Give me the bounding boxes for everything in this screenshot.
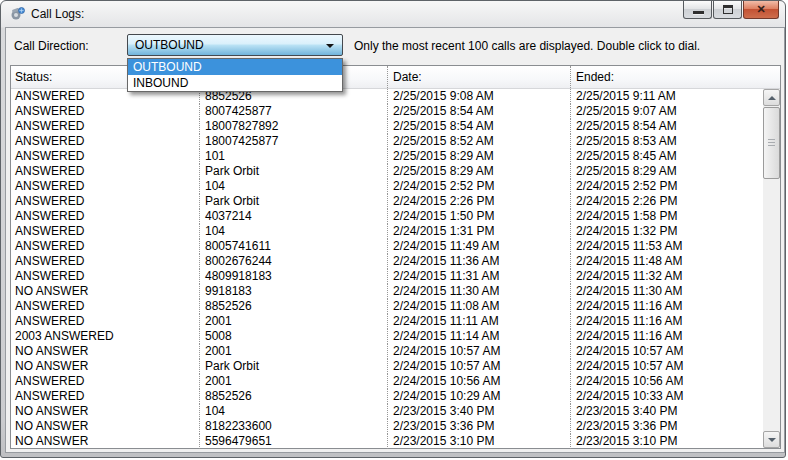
cell-status: NO ANSWER <box>11 404 200 419</box>
cell-ended: 2/24/2015 11:32 AM <box>571 269 762 284</box>
arrow-down-icon <box>768 438 776 442</box>
cell-date: 2/25/2015 8:54 AM <box>388 104 571 119</box>
cell-date: 2/25/2015 9:08 AM <box>388 89 571 104</box>
cell-number: 104 <box>200 404 388 419</box>
table-row[interactable]: ANSWERED180078278922/25/2015 8:54 AM2/25… <box>11 119 762 134</box>
table-row[interactable]: NO ANSWER99181832/24/2015 11:30 AM2/24/2… <box>11 284 762 299</box>
table-row[interactable]: ANSWERED40372142/24/2015 1:50 PM2/24/201… <box>11 209 762 224</box>
call-direction-combobox[interactable]: OUTBOUND <box>127 34 343 56</box>
chevron-down-icon <box>326 44 334 48</box>
cell-number: 9918183 <box>200 284 388 299</box>
cell-date: 2/24/2015 11:49 AM <box>388 239 571 254</box>
cell-date: 2/24/2015 1:31 PM <box>388 224 571 239</box>
cell-status: ANSWERED <box>11 314 200 329</box>
cell-number: 104 <box>200 179 388 194</box>
titlebar[interactable]: Call Logs: ✕ <box>1 1 785 27</box>
table-row[interactable]: ANSWERED88525262/25/2015 9:08 AM2/25/201… <box>11 89 762 104</box>
table-row[interactable]: ANSWEREDPark Orbit2/24/2015 2:26 PM2/24/… <box>11 194 762 209</box>
cell-date: 2/25/2015 8:54 AM <box>388 119 571 134</box>
table-row[interactable]: ANSWERED80074258772/25/2015 8:54 AM2/25/… <box>11 104 762 119</box>
table-row[interactable]: ANSWERED20012/24/2015 10:56 AM2/24/2015 … <box>11 374 762 389</box>
cell-date: 2/25/2015 8:29 AM <box>388 164 571 179</box>
cell-status: ANSWERED <box>11 374 200 389</box>
app-icon <box>10 6 26 22</box>
cell-number: 5008 <box>200 329 388 344</box>
cell-number: 8852526 <box>200 299 388 314</box>
cell-number: 8002676244 <box>200 254 388 269</box>
scroll-down-button[interactable] <box>763 431 780 448</box>
cell-date: 2/24/2015 11:14 AM <box>388 329 571 344</box>
cell-number: Park Orbit <box>200 359 388 374</box>
cell-ended: 2/25/2015 9:07 AM <box>571 104 762 119</box>
table-row[interactable]: ANSWERED1042/24/2015 2:52 PM2/24/2015 2:… <box>11 179 762 194</box>
cell-ended: 2/25/2015 8:53 AM <box>571 134 762 149</box>
cell-date: 2/25/2015 8:29 AM <box>388 149 571 164</box>
info-text: Only the most recent 100 calls are displ… <box>354 39 700 53</box>
table-row[interactable]: ANSWERED88525262/24/2015 11:08 AM2/24/20… <box>11 299 762 314</box>
cell-status: ANSWERED <box>11 389 200 404</box>
cell-status: ANSWERED <box>11 209 200 224</box>
cell-ended: 2/24/2015 1:32 PM <box>571 224 762 239</box>
cell-ended: 2/23/2015 3:10 PM <box>571 434 762 449</box>
cell-ended: 2/24/2015 10:57 AM <box>571 359 762 374</box>
cell-number: 5596479651 <box>200 434 388 449</box>
table-row[interactable]: ANSWERED48099181832/24/2015 11:31 AM2/24… <box>11 269 762 284</box>
table-row[interactable]: ANSWERED1042/24/2015 1:31 PM2/24/2015 1:… <box>11 224 762 239</box>
call-log-table: Status: Date: Ended: ANSWERED88525262/25… <box>10 65 781 449</box>
cell-status: ANSWERED <box>11 104 200 119</box>
column-header-ended[interactable]: Ended: <box>571 66 780 88</box>
table-row[interactable]: NO ANSWER20012/24/2015 10:57 AM2/24/2015… <box>11 344 762 359</box>
cell-status: ANSWERED <box>11 239 200 254</box>
cell-number: 2001 <box>200 374 388 389</box>
cell-status: ANSWERED <box>11 119 200 134</box>
column-header-date[interactable]: Date: <box>388 66 571 88</box>
minimize-button[interactable] <box>683 1 712 19</box>
table-row[interactable]: ANSWERED180074258772/25/2015 8:52 AM2/25… <box>11 134 762 149</box>
cell-date: 2/24/2015 11:36 AM <box>388 254 571 269</box>
table-row[interactable]: ANSWEREDPark Orbit2/25/2015 8:29 AM2/25/… <box>11 164 762 179</box>
table-row[interactable]: ANSWERED20012/24/2015 11:11 AM2/24/2015 … <box>11 314 762 329</box>
dropdown-option-outbound[interactable]: OUTBOUND <box>128 59 342 75</box>
cell-status: 2003 ANSWERED <box>11 329 200 344</box>
arrow-up-icon <box>768 96 776 100</box>
vertical-scrollbar[interactable] <box>763 89 780 448</box>
cell-status: ANSWERED <box>11 224 200 239</box>
table-row[interactable]: NO ANSWER55964796512/23/2015 3:10 PM2/23… <box>11 434 762 449</box>
cell-ended: 2/23/2015 3:36 PM <box>571 419 762 434</box>
cell-date: 2/24/2015 11:08 AM <box>388 299 571 314</box>
cell-number: 8182233600 <box>200 419 388 434</box>
scrollbar-thumb[interactable] <box>763 107 780 179</box>
table-row[interactable]: ANSWERED80026762442/24/2015 11:36 AM2/24… <box>11 254 762 269</box>
cell-ended: 2/24/2015 11:53 AM <box>571 239 762 254</box>
cell-date: 2/24/2015 2:26 PM <box>388 194 571 209</box>
table-row[interactable]: NO ANSWER1042/23/2015 3:40 PM2/23/2015 3… <box>11 404 762 419</box>
dropdown-option-inbound[interactable]: INBOUND <box>128 75 342 91</box>
cell-status: NO ANSWER <box>11 359 200 374</box>
maximize-button[interactable] <box>713 1 742 19</box>
cell-number: 18007425877 <box>200 134 388 149</box>
scroll-up-button[interactable] <box>763 89 780 106</box>
cell-date: 2/25/2015 8:52 AM <box>388 134 571 149</box>
table-row[interactable]: 2003 ANSWERED50082/24/2015 11:14 AM2/24/… <box>11 329 762 344</box>
table-row[interactable]: NO ANSWERPark Orbit2/24/2015 10:57 AM2/2… <box>11 359 762 374</box>
minimize-icon <box>693 11 704 14</box>
cell-number: Park Orbit <box>200 194 388 209</box>
cell-number: Park Orbit <box>200 164 388 179</box>
cell-date: 2/24/2015 10:56 AM <box>388 374 571 389</box>
table-row[interactable]: ANSWERED88525262/24/2015 10:29 AM2/24/20… <box>11 389 762 404</box>
table-row[interactable]: ANSWERED1012/25/2015 8:29 AM2/25/2015 8:… <box>11 149 762 164</box>
cell-ended: 2/25/2015 8:54 AM <box>571 119 762 134</box>
cell-status: ANSWERED <box>11 164 200 179</box>
cell-ended: 2/25/2015 8:45 AM <box>571 149 762 164</box>
cell-ended: 2/24/2015 10:56 AM <box>571 374 762 389</box>
cell-date: 2/23/2015 3:40 PM <box>388 404 571 419</box>
table-row[interactable]: NO ANSWER81822336002/23/2015 3:36 PM2/23… <box>11 419 762 434</box>
cell-status: NO ANSWER <box>11 434 200 449</box>
cell-ended: 2/23/2015 3:40 PM <box>571 404 762 419</box>
close-button[interactable]: ✕ <box>743 1 779 19</box>
close-icon: ✕ <box>744 2 778 17</box>
cell-ended: 2/25/2015 9:11 AM <box>571 89 762 104</box>
cell-date: 2/24/2015 10:57 AM <box>388 344 571 359</box>
cell-date: 2/23/2015 3:36 PM <box>388 419 571 434</box>
table-row[interactable]: ANSWERED80057416112/24/2015 11:49 AM2/24… <box>11 239 762 254</box>
